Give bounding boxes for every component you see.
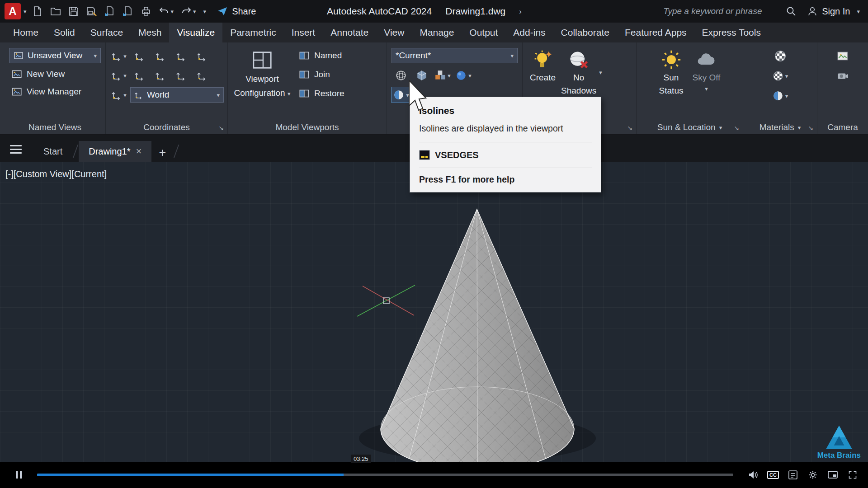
redo-button[interactable]: ▾: [177, 2, 200, 20]
captions-button[interactable]: CC: [765, 467, 781, 483]
new-drawing-button[interactable]: +: [151, 146, 173, 162]
viewport-named-button[interactable]: Named: [297, 49, 346, 62]
ucs-button-8[interactable]: [151, 67, 170, 84]
panel-label-materials[interactable]: Materials▾↘: [743, 121, 817, 134]
camera-display-button[interactable]: [833, 48, 852, 64]
export-button[interactable]: [101, 2, 119, 20]
view-dropdown[interactable]: Unsaved View ▾: [9, 48, 101, 63]
fullscreen-button[interactable]: [844, 467, 861, 483]
doc-flyout-icon[interactable]: ›: [519, 8, 522, 15]
settings-button[interactable]: [805, 467, 821, 483]
tab-solid[interactable]: Solid: [46, 23, 83, 42]
search-button[interactable]: [782, 2, 800, 20]
tab-featured-apps[interactable]: Featured Apps: [617, 23, 694, 42]
open-file-button[interactable]: [47, 2, 65, 20]
save-button[interactable]: [65, 2, 83, 20]
ucs-button-2[interactable]: [130, 48, 149, 64]
progress-bar[interactable]: [37, 474, 733, 476]
command-icon: [419, 150, 430, 160]
pip-button[interactable]: [825, 467, 841, 483]
search-input[interactable]: [662, 6, 775, 17]
ucs-button-4[interactable]: [172, 48, 191, 64]
ucs-button-10[interactable]: [193, 67, 212, 84]
sun-location-launcher-icon[interactable]: ↘: [734, 124, 739, 131]
tab-mesh[interactable]: Mesh: [131, 23, 169, 42]
visual-style-wireframe-button[interactable]: [392, 67, 410, 84]
ucs-dropdown[interactable]: World ▾: [130, 87, 224, 103]
panel-label-coordinates[interactable]: Coordinates↘: [106, 121, 227, 134]
create-camera-button[interactable]: [833, 68, 852, 84]
autocad-logo[interactable]: A: [5, 3, 21, 19]
titlebar-menu-caret-icon[interactable]: ▾: [857, 9, 860, 14]
face-style-button[interactable]: ▾: [454, 67, 473, 84]
tab-express-tools[interactable]: Express Tools: [694, 23, 769, 42]
undo-button[interactable]: ▾: [155, 2, 178, 20]
sun-status-label-1: Sun: [664, 73, 679, 83]
redo-icon: [181, 6, 192, 17]
plot-button[interactable]: [137, 2, 155, 20]
tab-visualize[interactable]: Visualize: [169, 23, 222, 42]
viewport-controls[interactable]: [-][Custom View][Current]: [5, 169, 107, 179]
ucs-button-3[interactable]: [151, 48, 170, 64]
viewport-join-button[interactable]: Join: [297, 68, 346, 81]
tab-annotate[interactable]: Annotate: [323, 23, 376, 42]
tab-drawing1[interactable]: Drawing1* ×: [79, 141, 151, 162]
isolines-button[interactable]: ▾: [392, 87, 410, 103]
redo-caret-icon[interactable]: ▾: [193, 9, 196, 14]
plot-preview-button[interactable]: [119, 2, 137, 20]
tab-addins[interactable]: Add-ins: [505, 23, 553, 42]
ucs-button-9[interactable]: [172, 67, 191, 84]
panel-label-model-viewports[interactable]: Model Viewports: [228, 121, 387, 134]
tab-home[interactable]: Home: [5, 23, 46, 42]
shadows-caret-icon[interactable]: ▾: [599, 70, 602, 75]
material-mapping-button[interactable]: ▾: [771, 68, 790, 84]
ucs-button-5[interactable]: [193, 48, 212, 64]
lights-launcher-icon[interactable]: ↘: [627, 124, 632, 131]
watermark-brand: Meta Brains: [817, 451, 861, 460]
tab-output[interactable]: Output: [462, 23, 505, 42]
new-file-button[interactable]: [28, 2, 47, 20]
video-controls-bar: CC: [0, 462, 868, 488]
panel-label-camera[interactable]: Camera: [817, 121, 868, 134]
tab-manage[interactable]: Manage: [412, 23, 462, 42]
tab-collaborate[interactable]: Collaborate: [553, 23, 617, 42]
tab-insert[interactable]: Insert: [284, 23, 323, 42]
viewport-restore-button[interactable]: Restore: [297, 87, 346, 100]
panel-label-named-views[interactable]: Named Views: [5, 121, 105, 134]
menu-button[interactable]: [0, 145, 33, 162]
transcript-button[interactable]: [785, 467, 801, 483]
tab-surface[interactable]: Surface: [83, 23, 131, 42]
pause-button[interactable]: [11, 467, 27, 483]
save-as-button[interactable]: [83, 2, 101, 20]
ucs-button-1[interactable]: ▾: [109, 48, 128, 64]
viewport-configuration-button[interactable]: Viewport Configuration ▾: [228, 48, 297, 121]
sky-off-button[interactable]: Sky Off ▾: [689, 48, 723, 121]
visual-style-dropdown[interactable]: *Current* ▾: [392, 48, 518, 63]
sun-status-button[interactable]: Sun Status: [656, 48, 686, 121]
tab-start[interactable]: Start: [33, 141, 72, 162]
new-view-button[interactable]: New View: [9, 67, 66, 81]
tab-parametric[interactable]: Parametric: [222, 23, 284, 42]
undo-caret-icon[interactable]: ▾: [171, 9, 174, 14]
materials-launcher-icon[interactable]: ↘: [808, 124, 813, 131]
close-tab-icon[interactable]: ×: [136, 146, 142, 156]
ucs-button-7[interactable]: [130, 67, 149, 84]
material-display-caret-icon: ▾: [785, 93, 788, 99]
quick-access-menu-button[interactable]: ▾: [200, 2, 210, 20]
create-light-button[interactable]: Create: [527, 48, 558, 84]
share-button[interactable]: Share: [217, 6, 256, 17]
panel-label-sun-location[interactable]: Sun & Location▾↘: [637, 121, 743, 134]
sign-in-button[interactable]: Sign In: [807, 6, 850, 17]
materials-browser-button[interactable]: [771, 48, 790, 64]
no-shadows-button[interactable]: No Shadows: [558, 48, 599, 98]
app-menu-caret-icon[interactable]: ▾: [24, 9, 27, 14]
material-display-button[interactable]: ▾: [771, 88, 790, 104]
coordinates-launcher-icon[interactable]: ↘: [218, 124, 224, 131]
volume-button[interactable]: [745, 467, 761, 483]
view-manager-button[interactable]: View Manager: [9, 85, 83, 99]
tab-view[interactable]: View: [376, 23, 412, 42]
ucs-button-6[interactable]: ▾: [109, 67, 128, 84]
face-color-mode-button[interactable]: ▾: [433, 67, 452, 84]
ucs-button-11[interactable]: ▾: [109, 87, 128, 103]
drawing-viewport[interactable]: [-][Custom View][Current]: [0, 162, 868, 462]
